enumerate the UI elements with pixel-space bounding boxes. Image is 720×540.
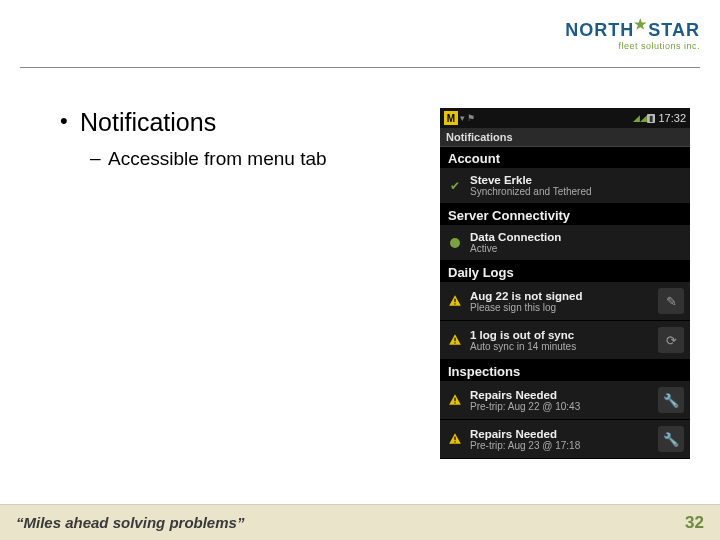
inspection-sub: Pre-trip: Aug 23 @ 17:18 [470,440,654,451]
warning-icon [446,292,464,310]
logo-subtitle: fleet solutions inc. [565,41,700,51]
inspection-sub: Pre-trip: Aug 22 @ 10:43 [470,401,654,412]
screen-title: Notifications [440,128,690,147]
svg-rect-7 [454,441,455,442]
log-title: Aug 22 is not signed [470,290,654,302]
account-row[interactable]: ✔ Steve Erkle Synchronized and Tethered [440,168,690,204]
log-title: 1 log is out of sync [470,329,654,341]
footer-tagline: “Miles ahead solving problems” [16,514,244,531]
bullet-level-1: • Notifications [60,108,420,137]
inspection-row[interactable]: Repairs Needed Pre-trip: Aug 22 @ 10:43 … [440,381,690,420]
svg-rect-6 [454,437,455,441]
sync-icon[interactable]: ⟳ [658,327,684,353]
page-number: 32 [685,513,704,533]
log-row[interactable]: 1 log is out of sync Auto sync in 14 min… [440,321,690,360]
logo-text-1: NORTH [565,20,634,40]
text-column: • Notifications – Accessible from menu t… [60,108,440,459]
slide-footer: “Miles ahead solving problems” 32 [0,504,720,540]
status-dot-icon [446,234,464,252]
section-account: Account [440,147,690,168]
star-icon: ★ [634,16,648,32]
log-row[interactable]: Aug 22 is not signed Please sign this lo… [440,282,690,321]
wrench-icon[interactable]: 🔧 [658,426,684,452]
inspection-row[interactable]: Repairs Needed Pre-trip: Aug 23 @ 17:18 … [440,420,690,459]
status-icon: ⚑ [467,113,475,123]
slide-content: • Notifications – Accessible from menu t… [0,68,720,459]
section-logs: Daily Logs [440,261,690,282]
svg-rect-2 [454,338,455,342]
app-badge-icon: M [444,111,458,125]
warning-icon [446,331,464,349]
phone-screenshot: M ▾ ⚑ ◢ ◢ ▮ 17:32 Notifications Account … [440,108,690,459]
account-name: Steve Erkle [470,174,684,186]
svg-rect-3 [454,342,455,343]
connection-title: Data Connection [470,231,684,243]
logo-text-2: STAR [648,20,700,40]
bullet-2-text: Accessible from menu tab [108,147,327,171]
svg-rect-1 [454,303,455,304]
connection-status: Active [470,243,684,254]
server-row[interactable]: Data Connection Active [440,225,690,261]
battery-icon: ▮ [647,114,655,123]
inspection-title: Repairs Needed [470,389,654,401]
inspection-title: Repairs Needed [470,428,654,440]
bullet-1-text: Notifications [80,108,216,137]
bullet-dot-icon: • [60,108,80,137]
northstar-logo: NORTH★STAR fleet solutions inc. [565,16,700,51]
warning-icon [446,391,464,409]
status-icon: ▾ [460,113,465,123]
section-inspections: Inspections [440,360,690,381]
log-sub: Auto sync in 14 minutes [470,341,654,352]
slide-header: NORTH★STAR fleet solutions inc. [20,0,700,68]
section-server: Server Connectivity [440,204,690,225]
account-status: Synchronized and Tethered [470,186,684,197]
svg-rect-0 [454,299,455,303]
svg-rect-4 [454,398,455,402]
warning-icon [446,430,464,448]
status-time: 17:32 [658,112,686,124]
status-bar: M ▾ ⚑ ◢ ◢ ▮ 17:32 [440,108,690,128]
bullet-level-2: – Accessible from menu tab [90,147,420,171]
signal-icon: ◢ [640,113,647,123]
edit-icon[interactable]: ✎ [658,288,684,314]
svg-rect-5 [454,402,455,403]
wifi-icon: ◢ [633,113,640,123]
log-sub: Please sign this log [470,302,654,313]
check-icon: ✔ [446,177,464,195]
bullet-dash-icon: – [90,147,108,171]
wrench-icon[interactable]: 🔧 [658,387,684,413]
